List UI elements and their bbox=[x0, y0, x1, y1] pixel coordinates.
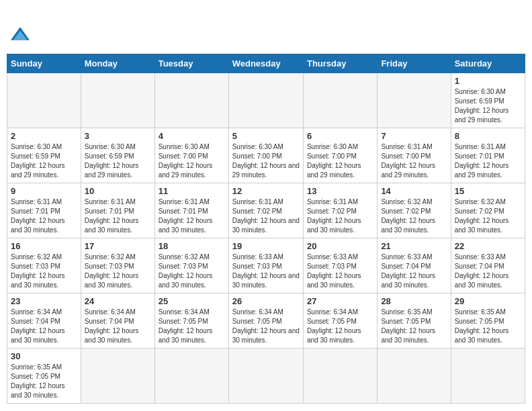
calendar-cell: 26Sunrise: 6:34 AM Sunset: 7:05 PM Dayli… bbox=[228, 293, 303, 349]
calendar-cell: 1Sunrise: 6:30 AM Sunset: 6:59 PM Daylig… bbox=[451, 73, 525, 128]
day-number: 22 bbox=[455, 241, 521, 251]
day-info: Sunrise: 6:31 AM Sunset: 7:01 PM Dayligh… bbox=[455, 142, 521, 180]
day-info: Sunrise: 6:32 AM Sunset: 7:03 PM Dayligh… bbox=[11, 253, 77, 290]
day-info: Sunrise: 6:34 AM Sunset: 7:05 PM Dayligh… bbox=[159, 308, 225, 345]
day-info: Sunrise: 6:34 AM Sunset: 7:05 PM Dayligh… bbox=[232, 308, 300, 345]
calendar-cell: 21Sunrise: 6:33 AM Sunset: 7:04 PM Dayli… bbox=[378, 238, 451, 293]
day-number: 8 bbox=[455, 131, 521, 141]
day-number: 6 bbox=[307, 131, 373, 141]
calendar-week-row: 23Sunrise: 6:34 AM Sunset: 7:04 PM Dayli… bbox=[7, 293, 525, 349]
day-info: Sunrise: 6:30 AM Sunset: 6:59 PM Dayligh… bbox=[11, 142, 77, 180]
day-info: Sunrise: 6:32 AM Sunset: 7:03 PM Dayligh… bbox=[159, 253, 225, 290]
day-info: Sunrise: 6:30 AM Sunset: 7:00 PM Dayligh… bbox=[307, 142, 373, 180]
calendar-cell: 27Sunrise: 6:34 AM Sunset: 7:05 PM Dayli… bbox=[303, 293, 377, 349]
header-wednesday: Wednesday bbox=[228, 54, 303, 73]
calendar-week-row: 1Sunrise: 6:30 AM Sunset: 6:59 PM Daylig… bbox=[7, 73, 525, 128]
day-info: Sunrise: 6:31 AM Sunset: 7:02 PM Dayligh… bbox=[307, 197, 373, 235]
calendar-cell bbox=[378, 73, 451, 128]
day-info: Sunrise: 6:33 AM Sunset: 7:03 PM Dayligh… bbox=[307, 253, 373, 290]
calendar-cell: 25Sunrise: 6:34 AM Sunset: 7:05 PM Dayli… bbox=[154, 293, 228, 349]
calendar-table: SundayMondayTuesdayWednesdayThursdayFrid… bbox=[7, 54, 525, 404]
calendar-cell: 12Sunrise: 6:31 AM Sunset: 7:02 PM Dayli… bbox=[228, 183, 303, 238]
day-info: Sunrise: 6:35 AM Sunset: 7:05 PM Dayligh… bbox=[381, 308, 447, 345]
calendar-cell: 2Sunrise: 6:30 AM Sunset: 6:59 PM Daylig… bbox=[7, 128, 81, 183]
day-number: 12 bbox=[232, 186, 300, 196]
day-info: Sunrise: 6:31 AM Sunset: 7:01 PM Dayligh… bbox=[159, 197, 225, 235]
day-number: 25 bbox=[159, 296, 225, 306]
day-number: 2 bbox=[11, 131, 77, 141]
day-number: 23 bbox=[11, 296, 77, 306]
calendar-cell bbox=[451, 349, 525, 404]
calendar-cell: 11Sunrise: 6:31 AM Sunset: 7:01 PM Dayli… bbox=[154, 183, 228, 238]
calendar-cell bbox=[378, 349, 451, 404]
header-sunday: Sunday bbox=[7, 54, 81, 73]
calendar-header-row: SundayMondayTuesdayWednesdayThursdayFrid… bbox=[7, 54, 525, 73]
calendar-cell bbox=[81, 73, 154, 128]
calendar-week-row: 16Sunrise: 6:32 AM Sunset: 7:03 PM Dayli… bbox=[7, 238, 525, 293]
day-info: Sunrise: 6:33 AM Sunset: 7:04 PM Dayligh… bbox=[455, 253, 521, 290]
calendar-cell bbox=[228, 349, 303, 404]
calendar-cell: 30Sunrise: 6:35 AM Sunset: 7:05 PM Dayli… bbox=[7, 349, 81, 404]
day-number: 29 bbox=[455, 296, 521, 306]
calendar-cell bbox=[154, 349, 228, 404]
day-number: 27 bbox=[307, 296, 373, 306]
day-number: 20 bbox=[307, 241, 373, 251]
calendar-cell: 23Sunrise: 6:34 AM Sunset: 7:04 PM Dayli… bbox=[7, 293, 81, 349]
day-info: Sunrise: 6:31 AM Sunset: 7:02 PM Dayligh… bbox=[232, 197, 300, 235]
calendar-cell: 5Sunrise: 6:30 AM Sunset: 7:00 PM Daylig… bbox=[228, 128, 303, 183]
day-info: Sunrise: 6:30 AM Sunset: 7:00 PM Dayligh… bbox=[159, 142, 225, 180]
header-saturday: Saturday bbox=[451, 54, 525, 73]
day-number: 24 bbox=[85, 296, 151, 306]
day-info: Sunrise: 6:32 AM Sunset: 7:02 PM Dayligh… bbox=[381, 197, 447, 235]
day-info: Sunrise: 6:30 AM Sunset: 6:59 PM Dayligh… bbox=[455, 87, 521, 125]
calendar-cell bbox=[7, 73, 81, 128]
day-number: 5 bbox=[232, 131, 300, 141]
day-number: 9 bbox=[11, 186, 77, 196]
day-number: 28 bbox=[381, 296, 447, 306]
day-info: Sunrise: 6:31 AM Sunset: 7:01 PM Dayligh… bbox=[85, 197, 151, 235]
calendar-cell: 15Sunrise: 6:32 AM Sunset: 7:02 PM Dayli… bbox=[451, 183, 525, 238]
calendar-cell: 9Sunrise: 6:31 AM Sunset: 7:01 PM Daylig… bbox=[7, 183, 81, 238]
calendar-cell: 19Sunrise: 6:33 AM Sunset: 7:03 PM Dayli… bbox=[228, 238, 303, 293]
header-monday: Monday bbox=[81, 54, 154, 73]
day-info: Sunrise: 6:31 AM Sunset: 7:00 PM Dayligh… bbox=[381, 142, 447, 180]
logo-icon bbox=[11, 24, 30, 43]
day-number: 30 bbox=[11, 351, 77, 361]
day-number: 1 bbox=[455, 76, 521, 86]
day-info: Sunrise: 6:35 AM Sunset: 7:05 PM Dayligh… bbox=[11, 363, 77, 400]
day-info: Sunrise: 6:30 AM Sunset: 6:59 PM Dayligh… bbox=[85, 142, 151, 180]
day-number: 4 bbox=[159, 131, 225, 141]
calendar-cell: 29Sunrise: 6:35 AM Sunset: 7:05 PM Dayli… bbox=[451, 293, 525, 349]
calendar-cell: 24Sunrise: 6:34 AM Sunset: 7:04 PM Dayli… bbox=[81, 293, 154, 349]
day-number: 18 bbox=[159, 241, 225, 251]
day-number: 7 bbox=[381, 131, 447, 141]
calendar-cell: 10Sunrise: 6:31 AM Sunset: 7:01 PM Dayli… bbox=[81, 183, 154, 238]
calendar-cell: 28Sunrise: 6:35 AM Sunset: 7:05 PM Dayli… bbox=[378, 293, 451, 349]
day-number: 15 bbox=[455, 186, 521, 196]
header-tuesday: Tuesday bbox=[154, 54, 228, 73]
calendar-cell: 8Sunrise: 6:31 AM Sunset: 7:01 PM Daylig… bbox=[451, 128, 525, 183]
day-number: 11 bbox=[159, 186, 225, 196]
day-info: Sunrise: 6:32 AM Sunset: 7:03 PM Dayligh… bbox=[85, 253, 151, 290]
calendar-cell: 6Sunrise: 6:30 AM Sunset: 7:00 PM Daylig… bbox=[303, 128, 377, 183]
header-friday: Friday bbox=[378, 54, 451, 73]
calendar-cell: 14Sunrise: 6:32 AM Sunset: 7:02 PM Dayli… bbox=[378, 183, 451, 238]
calendar-cell bbox=[228, 73, 303, 128]
calendar-cell bbox=[81, 349, 154, 404]
calendar-cell: 16Sunrise: 6:32 AM Sunset: 7:03 PM Dayli… bbox=[7, 238, 81, 293]
day-info: Sunrise: 6:31 AM Sunset: 7:01 PM Dayligh… bbox=[11, 197, 77, 235]
calendar-cell: 22Sunrise: 6:33 AM Sunset: 7:04 PM Dayli… bbox=[451, 238, 525, 293]
day-number: 17 bbox=[85, 241, 151, 251]
day-info: Sunrise: 6:34 AM Sunset: 7:05 PM Dayligh… bbox=[307, 308, 373, 345]
calendar-cell bbox=[303, 73, 377, 128]
day-number: 16 bbox=[11, 241, 77, 251]
calendar-cell: 17Sunrise: 6:32 AM Sunset: 7:03 PM Dayli… bbox=[81, 238, 154, 293]
logo bbox=[8, 9, 30, 46]
calendar-cell: 4Sunrise: 6:30 AM Sunset: 7:00 PM Daylig… bbox=[154, 128, 228, 183]
calendar-cell: 20Sunrise: 6:33 AM Sunset: 7:03 PM Dayli… bbox=[303, 238, 377, 293]
calendar-cell bbox=[303, 349, 377, 404]
day-number: 21 bbox=[381, 241, 447, 251]
calendar-cell: 13Sunrise: 6:31 AM Sunset: 7:02 PM Dayli… bbox=[303, 183, 377, 238]
day-number: 3 bbox=[85, 131, 151, 141]
day-number: 19 bbox=[232, 241, 300, 251]
